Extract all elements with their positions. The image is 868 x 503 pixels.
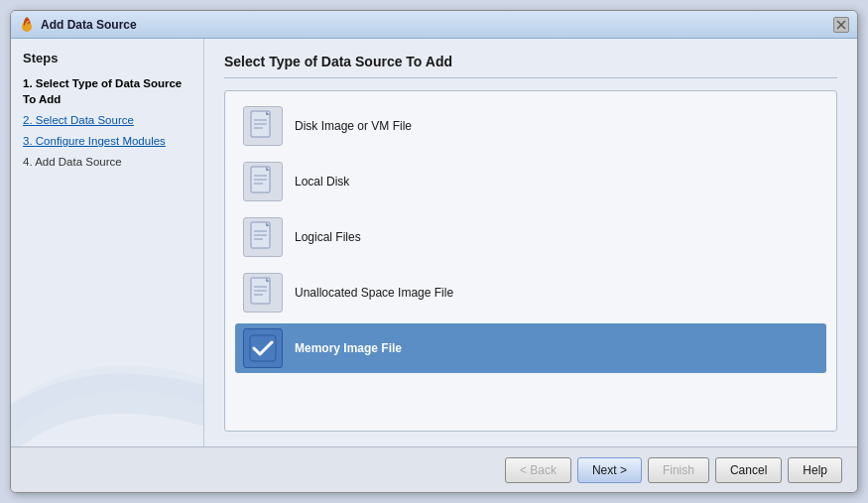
- main-window: Add Data Source Steps 1. Select Type of …: [10, 10, 858, 493]
- main-panel: Select Type of Data Source To Add Disk I…: [204, 39, 857, 446]
- panel-title: Select Type of Data Source To Add: [224, 54, 837, 78]
- title-bar-left: Add Data Source: [19, 17, 137, 33]
- step-2[interactable]: 2. Select Data Source: [23, 112, 191, 128]
- back-button[interactable]: < Back: [505, 457, 571, 483]
- next-button[interactable]: Next >: [577, 457, 642, 483]
- step-4-number: 4.: [23, 156, 35, 168]
- step-4-label: Add Data Source: [35, 156, 122, 168]
- memory-image-icon: [243, 328, 283, 368]
- step-1: 1. Select Type of Data Source To Add: [23, 75, 191, 107]
- logical-files-label: Logical Files: [295, 230, 361, 244]
- option-unallocated[interactable]: Unallocated Space Image File: [235, 268, 826, 317]
- app-icon: [19, 17, 35, 33]
- step-3[interactable]: 3. Configure Ingest Modules: [23, 133, 191, 149]
- close-button[interactable]: [833, 17, 849, 33]
- help-button[interactable]: Help: [788, 457, 842, 483]
- footer: < Back Next > Finish Cancel Help: [11, 446, 857, 492]
- window-title: Add Data Source: [41, 18, 137, 32]
- sidebar: Steps 1. Select Type of Data Source To A…: [11, 39, 204, 446]
- step-2-number: 2.: [23, 114, 36, 126]
- options-list: Disk Image or VM File Local Disk: [224, 90, 837, 432]
- local-disk-label: Local Disk: [295, 175, 349, 189]
- steps-heading: Steps: [23, 51, 191, 65]
- option-disk-image[interactable]: Disk Image or VM File: [235, 101, 826, 151]
- content-area: Steps 1. Select Type of Data Source To A…: [11, 39, 857, 446]
- memory-image-label: Memory Image File: [295, 341, 402, 355]
- option-logical-files[interactable]: Logical Files: [235, 212, 826, 262]
- step-2-label: Select Data Source: [36, 114, 134, 126]
- step-3-number: 3.: [23, 135, 36, 147]
- step-4: 4. Add Data Source: [23, 154, 191, 170]
- step-1-number: 1.: [23, 77, 36, 89]
- option-memory-image[interactable]: Memory Image File: [235, 323, 826, 373]
- title-bar: Add Data Source: [11, 11, 857, 39]
- step-3-label: Configure Ingest Modules: [36, 135, 166, 147]
- sidebar-decoration: [11, 288, 203, 446]
- step-1-label: Select Type of Data Source To Add: [23, 77, 182, 105]
- cancel-button[interactable]: Cancel: [715, 457, 782, 483]
- logical-files-icon: [243, 217, 283, 257]
- finish-button[interactable]: Finish: [648, 457, 709, 483]
- disk-image-icon: [243, 106, 283, 146]
- option-local-disk[interactable]: Local Disk: [235, 157, 826, 206]
- unallocated-icon: [243, 273, 283, 313]
- local-disk-icon: [243, 162, 283, 201]
- unallocated-label: Unallocated Space Image File: [295, 286, 453, 300]
- disk-image-label: Disk Image or VM File: [295, 119, 412, 133]
